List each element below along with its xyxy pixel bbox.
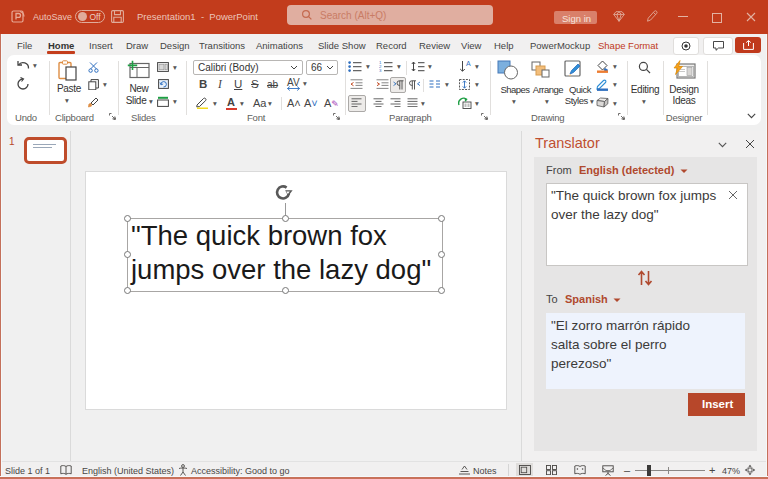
svg-text:A: A bbox=[466, 60, 471, 67]
svg-text:3: 3 bbox=[379, 68, 382, 72]
